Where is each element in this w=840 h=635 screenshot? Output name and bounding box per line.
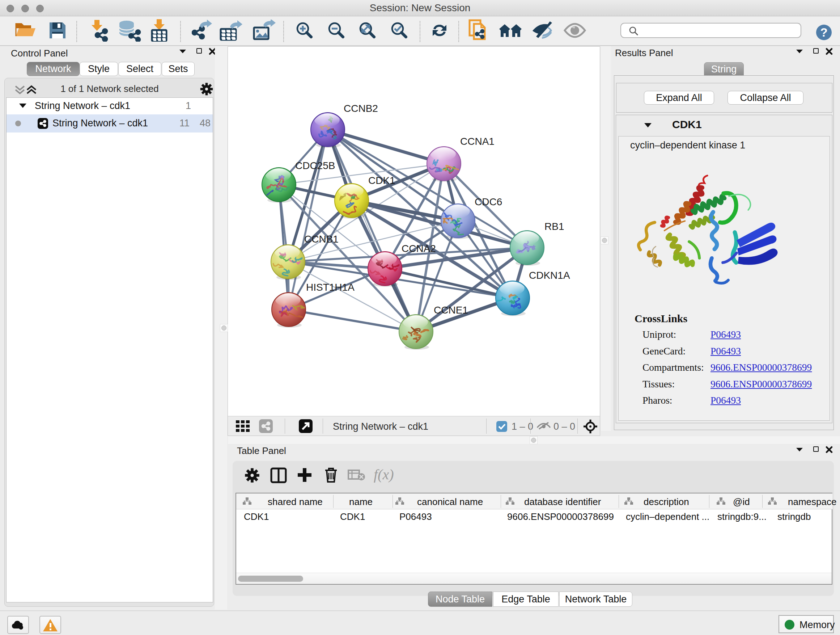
svg-text:CDKN1A: CDKN1A	[529, 270, 570, 281]
svg-text:CCNB1: CCNB1	[304, 233, 339, 245]
svg-text:CCNE1: CCNE1	[434, 304, 468, 316]
svg-text:CDC6: CDC6	[475, 196, 502, 207]
svg-text:RB1: RB1	[545, 221, 564, 232]
svg-text:CDK1: CDK1	[368, 175, 395, 186]
svg-text:CCNA1: CCNA1	[460, 136, 494, 147]
svg-text:CDC25B: CDC25B	[295, 160, 335, 171]
svg-text:HIST1H1A: HIST1H1A	[306, 282, 355, 293]
svg-text:CCNA2: CCNA2	[401, 243, 436, 254]
svg-text:CCNB2: CCNB2	[344, 103, 378, 114]
